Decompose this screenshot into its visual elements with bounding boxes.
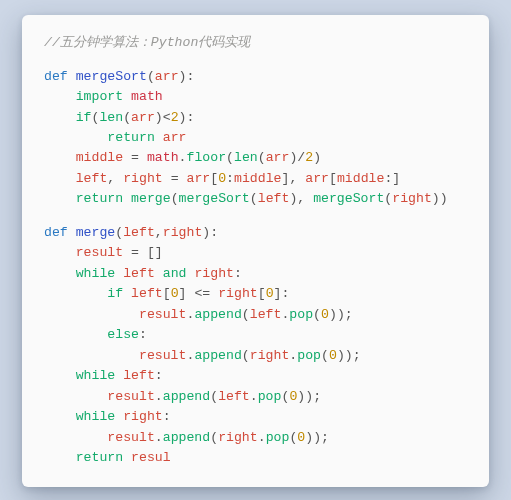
id-right: right — [123, 409, 163, 424]
id-right: right — [123, 171, 163, 186]
id-right: right — [194, 266, 234, 281]
punct-close: ) — [313, 430, 321, 445]
code-block: //五分钟学算法：Python代码实现 def mergeSort(arr): … — [44, 33, 471, 468]
punct-open: ( — [242, 307, 250, 322]
fn-pop: pop — [289, 307, 313, 322]
punct-open: ( — [115, 225, 123, 240]
punct-lbr: [ — [329, 171, 337, 186]
punct-open: ( — [321, 348, 329, 363]
fn-pop: pop — [266, 430, 290, 445]
punct-semi: ; — [313, 389, 321, 404]
punct-dot: . — [155, 430, 163, 445]
fn-mergesort: mergeSort — [76, 69, 147, 84]
id-arr: arr — [163, 130, 187, 145]
punct-open: ( — [210, 389, 218, 404]
fn-mergesort: mergeSort — [179, 191, 250, 206]
punct-close: ) — [432, 191, 440, 206]
punct-close: ) — [313, 150, 321, 165]
punct-semi: ; — [345, 307, 353, 322]
punct-colon: : — [282, 286, 290, 301]
blank-line — [44, 210, 471, 223]
num-0: 0 — [171, 286, 179, 301]
num-2: 2 — [171, 110, 179, 125]
punct-close: ) — [179, 110, 187, 125]
id-result: result — [107, 430, 154, 445]
punct-open: ( — [147, 69, 155, 84]
punct-semi: ; — [321, 430, 329, 445]
punct-open: ( — [258, 150, 266, 165]
mod-math: math — [131, 89, 163, 104]
punct-comma: , — [107, 171, 123, 186]
id-left: left — [123, 266, 155, 281]
op-eq: = — [131, 150, 139, 165]
punct-comma: , — [155, 225, 163, 240]
punct-close: ) — [337, 348, 345, 363]
id-right: right — [218, 430, 258, 445]
kw-return: return — [107, 130, 154, 145]
id-left: left — [76, 171, 108, 186]
id-right: right — [392, 191, 432, 206]
kw-import: import — [76, 89, 123, 104]
id-right: right — [163, 225, 203, 240]
id-resul: resul — [131, 450, 171, 465]
id-right: right — [250, 348, 290, 363]
fn-append: append — [194, 307, 241, 322]
id-result: result — [139, 307, 186, 322]
kw-def: def — [44, 69, 68, 84]
fn-merge: merge — [131, 191, 171, 206]
punct-lbr: [ — [163, 286, 171, 301]
punct-colon: : — [210, 225, 218, 240]
punct-open: ( — [250, 191, 258, 206]
fn-len: len — [234, 150, 258, 165]
fn-append: append — [194, 348, 241, 363]
punct-dot: . — [250, 389, 258, 404]
punct-close: ) — [155, 110, 163, 125]
punct-open: ( — [171, 191, 179, 206]
id-result: result — [139, 348, 186, 363]
op-eq: = — [131, 245, 139, 260]
id-right: right — [218, 286, 258, 301]
punct-close: ) — [440, 191, 448, 206]
id-left: left — [250, 307, 282, 322]
mod-math: math — [147, 150, 179, 165]
punct-close: ) — [305, 430, 313, 445]
num-2: 2 — [305, 150, 313, 165]
punct-dot: . — [155, 389, 163, 404]
op-lt: < — [163, 110, 171, 125]
kw-return: return — [76, 450, 123, 465]
punct-colon: : — [234, 266, 242, 281]
punct-comma: , — [297, 191, 313, 206]
num-0: 0 — [321, 307, 329, 322]
kw-while: while — [76, 368, 116, 383]
num-0: 0 — [329, 348, 337, 363]
punct-semi: ; — [353, 348, 361, 363]
punct-open: ( — [313, 307, 321, 322]
id-arr: arr — [266, 150, 290, 165]
id-middle: middle — [234, 171, 281, 186]
fn-pop: pop — [297, 348, 321, 363]
kw-if: if — [107, 286, 123, 301]
kw-def: def — [44, 225, 68, 240]
id-arr: arr — [186, 171, 210, 186]
code-card: //五分钟学算法：Python代码实现 def mergeSort(arr): … — [22, 15, 489, 487]
punct-dot: . — [258, 430, 266, 445]
op-eq: = — [171, 171, 179, 186]
punct-colon: : — [226, 171, 234, 186]
kw-while: while — [76, 409, 116, 424]
kw-else: else — [107, 327, 139, 342]
blank-line — [44, 53, 471, 66]
punct-close: ) — [305, 389, 313, 404]
fn-mergesort: mergeSort — [313, 191, 384, 206]
id-result: result — [107, 389, 154, 404]
fn-pop: pop — [258, 389, 282, 404]
num-0: 0 — [218, 171, 226, 186]
id-left: left — [123, 225, 155, 240]
punct-lbr: [ — [210, 171, 218, 186]
kw-while: while — [76, 266, 116, 281]
punct-lbr: [ — [258, 286, 266, 301]
num-0: 0 — [266, 286, 274, 301]
id-left: left — [218, 389, 250, 404]
id-left: left — [258, 191, 290, 206]
fn-append: append — [163, 389, 210, 404]
punct-close: ) — [345, 348, 353, 363]
